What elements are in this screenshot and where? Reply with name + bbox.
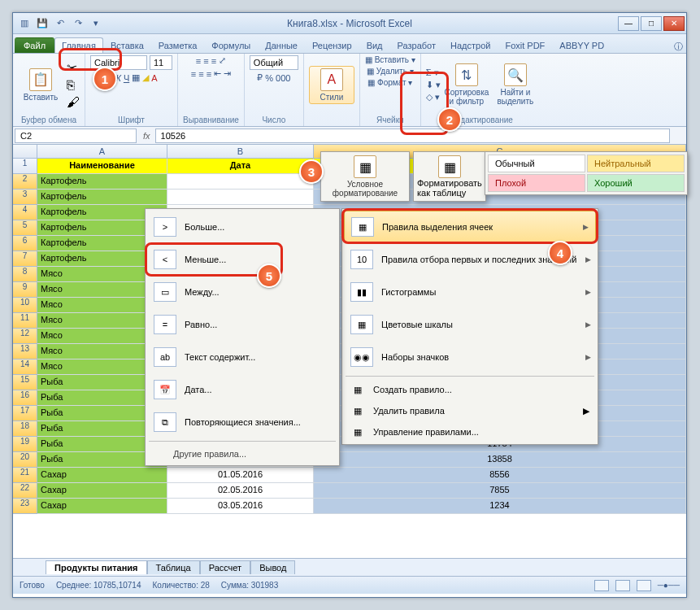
orientation-icon[interactable]: ⤢ [219,55,226,66]
tab-home[interactable]: Главная [54,37,103,53]
align-mid-icon[interactable]: ≡ [203,56,208,66]
name-box[interactable]: C2 [15,129,137,143]
row-header[interactable]: 18 [13,421,37,437]
cell[interactable]: Сахар [37,468,167,483]
row-header[interactable]: 5 [13,220,37,236]
find-select-button[interactable]: 🔍 Найти и выделить [493,62,538,107]
tab-data[interactable]: Данные [258,37,305,53]
sheet-tab-4[interactable]: Вывод [250,560,295,574]
view-normal-icon[interactable] [594,580,609,591]
format-painter-icon[interactable]: 🖌 [67,95,80,110]
formula-bar[interactable]: 10526 [155,129,670,143]
view-layout-icon[interactable] [615,580,630,591]
row-header[interactable]: 12 [13,329,37,344]
row-header[interactable]: 10 [13,298,37,313]
tab-layout[interactable]: Разметка [151,37,205,53]
tab-review[interactable]: Рецензир [305,37,359,53]
save-icon[interactable]: 💾 [34,15,50,32]
cell[interactable]: 13858 [314,452,686,468]
row-header[interactable]: 15 [13,375,37,390]
cell[interactable]: Сахар [37,483,167,499]
cells-format-button[interactable]: ▦ Формат ▾ [367,78,412,87]
qat-customize-icon[interactable]: ▾ [88,15,104,32]
fill-color-button[interactable]: ◢ [142,72,149,83]
currency-icon[interactable]: ₽ [257,72,263,83]
percent-icon[interactable]: % [265,73,273,83]
cell[interactable]: Сахар [37,499,167,514]
menu-manage-rules[interactable]: ▦ Управление правилами... [342,421,598,442]
indent-dec-icon[interactable]: ⇤ [214,68,221,79]
cell[interactable]: 02.05.2016 [167,483,314,499]
sheet-tab-3[interactable]: Рассчет [200,560,251,574]
cells-insert-button[interactable]: ▦ Вставить ▾ [365,55,415,64]
tab-addins[interactable]: Надстрой [443,37,498,53]
submenu-text-contains[interactable]: ab Текст содержит... [146,341,339,373]
submenu-date-occurring[interactable]: 📅 Дата... [146,373,339,406]
tab-foxit[interactable]: Foxit PDF [498,37,552,53]
paste-button[interactable]: 📋 Вставить [18,67,63,103]
row-header[interactable]: 21 [13,468,37,483]
row-header[interactable]: 22 [13,483,37,499]
align-right-icon[interactable]: ≡ [207,69,211,79]
row-header[interactable]: 17 [13,406,37,421]
redo-icon[interactable]: ↷ [70,15,86,32]
fill-icon[interactable]: ⬇ ▾ [426,80,441,90]
row-header[interactable]: 13 [13,344,37,359]
style-good[interactable]: Хороший [587,174,685,192]
row-header[interactable]: 7 [13,251,37,267]
col-header-A[interactable]: A [37,145,167,159]
cell[interactable]: 8556 [314,468,686,483]
autosum-icon[interactable]: Σ ▾ [426,68,441,78]
submenu-between[interactable]: ▭ Между... [146,276,339,308]
submenu-equal-to[interactable]: = Равно... [146,308,339,341]
cell[interactable]: Наименование [37,159,167,174]
ribbon-help-icon[interactable]: ⓘ [674,41,683,53]
clear-icon[interactable]: ◇ ▾ [426,92,441,102]
row-header[interactable]: 11 [13,313,37,329]
styles-button[interactable]: A Стили [309,66,354,104]
menu-icon-sets[interactable]: ◉◉ Наборы значков ▶ [342,341,598,373]
row-header[interactable]: 2 [13,174,37,190]
comma-icon[interactable]: 000 [276,73,290,83]
row-header[interactable]: 14 [13,359,37,375]
font-color-button[interactable]: A [151,73,157,83]
tab-developer[interactable]: Разработ [390,37,443,53]
submenu-greater-than[interactable]: > Больше... [146,211,339,243]
view-pagebreak-icon[interactable] [637,580,651,591]
cell[interactable]: 1234 [314,499,686,514]
cut-icon[interactable]: ✂ [67,60,80,76]
cell[interactable]: 7855 [314,483,686,499]
excel-icon[interactable]: ▥ [16,15,33,32]
minimize-button[interactable]: — [618,16,639,31]
select-all-corner[interactable] [13,145,37,159]
format-as-table-button[interactable]: ▦ Форматировать как таблицу [413,151,486,202]
style-bad[interactable]: Плохой [488,174,585,192]
close-button[interactable]: ✕ [663,16,685,31]
row-header[interactable]: 4 [13,205,37,220]
menu-data-bars[interactable]: ▮▮ Гистограммы ▶ [342,276,598,308]
style-neutral[interactable]: Нейтральный [587,155,685,172]
number-format-combo[interactable]: Общий [250,55,298,70]
underline-button[interactable]: Ч [124,73,129,83]
maximize-button[interactable]: □ [641,16,662,31]
cell[interactable]: 03.05.2016 [167,499,314,514]
tab-abbyy[interactable]: ABBYY PD [552,37,611,53]
cell[interactable]: Картофель [37,174,167,190]
menu-clear-rules[interactable]: ▦ Удалить правила ▶ [342,400,598,421]
zoom-slider[interactable]: ─●── [658,581,680,590]
cell[interactable]: Дата [167,159,314,174]
align-left-icon[interactable]: ≡ [191,69,196,79]
tab-file[interactable]: Файл [15,37,54,53]
cells-delete-button[interactable]: ▦ Удалить ▾ [367,67,414,76]
align-center-icon[interactable]: ≡ [198,69,203,79]
row-header[interactable]: 20 [13,452,37,468]
copy-icon[interactable]: ⎘ [67,78,80,93]
row-header[interactable]: 16 [13,390,37,406]
sort-filter-button[interactable]: ⇅ Сортировка и фильтр [444,62,489,107]
row-header[interactable]: 3 [13,190,37,205]
submenu-more-rules[interactable]: Другие правила... [146,444,339,464]
border-button[interactable]: ▦ [132,72,140,83]
menu-color-scales[interactable]: ▦ Цветовые шкалы ▶ [342,308,598,341]
conditional-formatting-button[interactable]: ▦ Условное форматирование [320,151,410,202]
col-header-B[interactable]: B [167,145,314,159]
